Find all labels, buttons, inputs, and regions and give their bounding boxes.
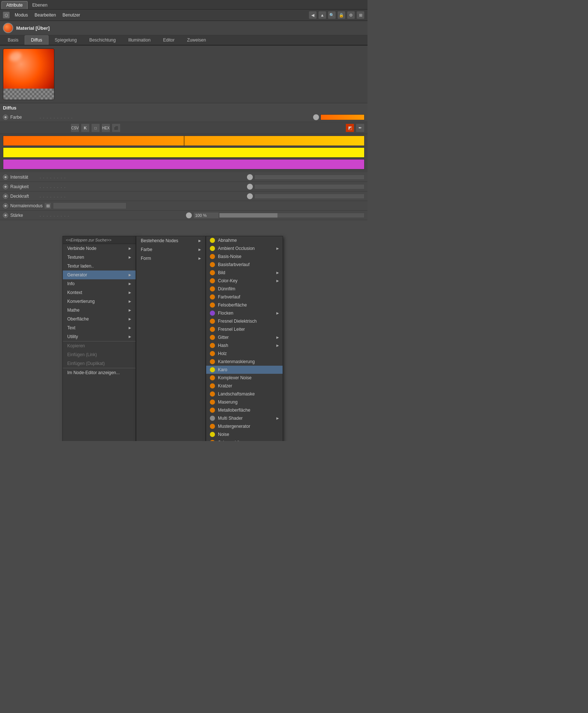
eyedropper-btn[interactable]: ✒ (356, 123, 365, 132)
gen-holz[interactable]: Holz (206, 350, 283, 358)
gen-maserung[interactable]: Maserung (206, 398, 283, 406)
k-btn[interactable]: K (81, 123, 90, 132)
square-btn[interactable]: □ (91, 123, 100, 132)
mat-tab-editor[interactable]: Editor (157, 35, 181, 45)
ctx-node-editor[interactable]: Im Node-Editor anzeigen... (63, 368, 136, 377)
gen-multi-shader[interactable]: Multi Shader (206, 414, 283, 422)
rauigkeit-slider[interactable] (254, 184, 365, 189)
farbe-color-bar[interactable] (320, 114, 365, 120)
rauigkeit-connector[interactable] (247, 184, 253, 190)
gen-fresnel-leiter[interactable]: Fresnel Leiter (206, 325, 283, 333)
gradient-bar-magenta[interactable] (3, 159, 365, 169)
gen-komplexer-noise[interactable]: Komplexer Noise (206, 374, 283, 382)
intensitaet-slider[interactable] (254, 175, 365, 180)
intensitaet-toggle[interactable] (3, 175, 8, 180)
intensitaet-label: Intensität (10, 175, 40, 180)
gen-hash[interactable]: Hash (206, 341, 283, 350)
mat-tab-basis[interactable]: Basis (1, 35, 25, 45)
ctx-search[interactable]: <<Eintippen zur Suche>> (63, 236, 136, 244)
gen-fresnel-diel[interactable]: Fresnel Dielektrisch (206, 317, 283, 325)
sub-form[interactable]: Form (136, 254, 205, 263)
gen-mustergenerator[interactable]: Mustergenerator (206, 422, 283, 430)
gen-metalloberflaeche[interactable]: Metalloberfläche (206, 406, 283, 414)
menu-benutzer[interactable]: Benutzer (60, 12, 83, 18)
gradient-bar-yellow[interactable] (3, 147, 365, 158)
gen-duennfilm[interactable]: Dünnfilm (206, 285, 283, 293)
deckkraft-connector[interactable] (247, 193, 253, 199)
deckkraft-toggle[interactable] (3, 194, 8, 199)
farbe-toggle[interactable] (3, 115, 8, 120)
tab-attribute[interactable]: Attribute (1, 1, 28, 9)
gen-felsoberflaeche[interactable]: Felsoberfläche (206, 301, 283, 309)
mat-tab-illumination[interactable]: Illumination (122, 35, 157, 45)
intensitaet-dots: . . . . . . . . (40, 175, 245, 179)
normalenmodus-checkbox[interactable]: ▤ (44, 203, 51, 209)
menu-bearbeiten[interactable]: Bearbeiten (32, 12, 59, 18)
lock-btn[interactable]: 🔒 (337, 11, 345, 19)
gen-kratzer[interactable]: Kratzer (206, 382, 283, 390)
gen-schwarzkoerper[interactable]: Schwarzkörper (206, 438, 283, 441)
material-preview-icon (3, 23, 13, 33)
rauigkeit-toggle[interactable] (3, 184, 8, 189)
ctx-texturen[interactable]: Texturen (63, 253, 136, 262)
staerke-slider[interactable] (219, 213, 365, 218)
gen-farbverlauf[interactable]: Farbverlauf (206, 293, 283, 301)
property-row-deckkraft: Deckkraft . . . . . . . . (0, 191, 368, 201)
intensitaet-connector[interactable] (247, 174, 253, 180)
ctx-text[interactable]: Text (63, 323, 136, 332)
gen-bild[interactable]: Bild (206, 269, 283, 277)
mat-tab-spiegelung[interactable]: Spiegelung (49, 35, 83, 45)
mat-tab-diffus[interactable]: Diffus (25, 35, 48, 45)
ctx-generator[interactable]: Generator (63, 270, 136, 279)
gen-color-key[interactable]: Color-Key (206, 277, 283, 285)
gradient-bar-orange[interactable] (3, 136, 365, 146)
gen-noise[interactable]: Noise (206, 430, 283, 438)
settings-btn[interactable]: ⚙ (347, 11, 355, 19)
material-title: Material [Über] (16, 25, 50, 31)
gen-basisfarbverlauf[interactable]: Basisfarbverlauf (206, 261, 283, 269)
nav-back[interactable]: ◀ (309, 11, 317, 19)
sub-bestehende-nodes[interactable]: Bestehende Nodes (136, 236, 205, 245)
search-btn[interactable]: 🔍 (328, 11, 336, 19)
ctx-oberflaeche[interactable]: Oberfläche (63, 315, 136, 323)
ctx-info[interactable]: Info (63, 279, 136, 288)
gen-flocken[interactable]: Flocken (206, 309, 283, 317)
staerke-toggle[interactable] (3, 213, 8, 218)
farbe-connector[interactable] (313, 114, 319, 120)
gen-icon-karo (210, 367, 215, 372)
gen-kantenmaskierung[interactable]: Kantenmaskierung (206, 358, 283, 366)
gen-karo[interactable]: Karo (206, 366, 283, 374)
section-title-diffus: Diffus (0, 103, 368, 112)
gradient-section (0, 134, 368, 172)
deckkraft-slider[interactable] (254, 194, 365, 199)
gen-landschaftsmaske[interactable]: Landschaftsmaske (206, 390, 283, 398)
ctx-textur-laden[interactable]: Textur laden.. (63, 262, 136, 270)
gen-abnahme[interactable]: Abnahme (206, 236, 283, 244)
staerke-connector[interactable] (186, 212, 192, 218)
mat-tab-beschichtung[interactable]: Beschichtung (83, 35, 122, 45)
staerke-value[interactable]: 100 % (193, 212, 219, 219)
menu-modus[interactable]: Modus (12, 12, 31, 18)
black-square-btn[interactable]: ⬛ (112, 123, 121, 132)
normalenmodus-toggle[interactable] (3, 203, 8, 208)
property-row-farbe: Farbe . . . . . . . . . . (0, 112, 368, 122)
gen-basis-noise[interactable]: Basis-Noise (206, 252, 283, 261)
ctx-mathe[interactable]: Mathe (63, 306, 136, 315)
tab-ebenen[interactable]: Ebenen (28, 1, 52, 9)
gen-ambient-occlusion[interactable]: Ambient Occlusion (206, 244, 283, 252)
ctx-konvertierung[interactable]: Konvertierung (63, 297, 136, 306)
sub-farbe[interactable]: Farbe (136, 245, 205, 254)
nav-forward[interactable]: ▲ (318, 11, 326, 19)
ctx-verbinde-node[interactable]: Verbinde Node (63, 244, 136, 253)
mat-tab-zuweisen[interactable]: Zuweisen (181, 35, 212, 45)
ctx-utility[interactable]: Utility (63, 332, 136, 341)
normalenmodus-select[interactable] (53, 203, 126, 209)
generator-submenu: Abnahme Ambient Occlusion Basis-Noise Ba… (206, 236, 283, 441)
csv-btn[interactable]: CSV (71, 123, 79, 132)
gen-icon-basisfarbverlauf (210, 262, 215, 267)
hex-btn[interactable]: HEX (101, 123, 110, 132)
gen-gitter[interactable]: Gitter (206, 333, 283, 341)
ctx-kontext[interactable]: Kontext (63, 288, 136, 297)
diagonal-btn[interactable]: ◩ (345, 123, 354, 132)
expand-btn[interactable]: ⊞ (356, 11, 365, 19)
